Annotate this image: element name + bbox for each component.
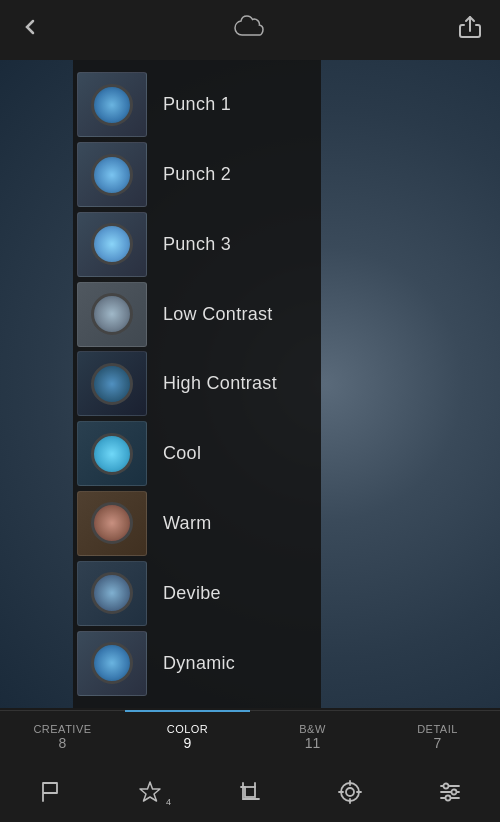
svg-point-14: [446, 796, 451, 801]
sliders-button[interactable]: [437, 779, 463, 805]
menu-item-punch1[interactable]: Punch 1: [151, 72, 321, 137]
tab-color[interactable]: COLOR 9: [125, 710, 250, 762]
bottom-toolbar: 4: [0, 762, 500, 822]
back-button[interactable]: [18, 15, 42, 45]
star-count: 4: [166, 797, 171, 807]
svg-point-4: [346, 788, 354, 796]
star-button[interactable]: 4: [137, 779, 163, 805]
menu-item-low-contrast[interactable]: Low Contrast: [151, 282, 321, 347]
menu-item-warm[interactable]: Warm: [151, 491, 321, 556]
thumbnail-3[interactable]: [77, 282, 147, 347]
share-button[interactable]: [458, 15, 482, 45]
thumbnail-0[interactable]: [77, 72, 147, 137]
menu-labels: Punch 1 Punch 2 Punch 3 Low Contrast Hig…: [151, 60, 321, 708]
tab-bw[interactable]: B&W 11: [250, 710, 375, 762]
svg-rect-2: [245, 787, 255, 797]
thumbnail-5[interactable]: [77, 421, 147, 486]
main-image-area: Punch 1 Punch 2 Punch 3 Low Contrast Hig…: [0, 60, 500, 708]
thumbnail-7[interactable]: [77, 561, 147, 626]
tab-detail[interactable]: DETAIL 7: [375, 710, 500, 762]
header: [0, 0, 500, 60]
thumbnail-4[interactable]: [77, 351, 147, 416]
menu-item-punch3[interactable]: Punch 3: [151, 212, 321, 277]
menu-item-dynamic[interactable]: Dynamic: [151, 631, 321, 696]
thumbnail-1[interactable]: [77, 142, 147, 207]
target-button[interactable]: [337, 779, 363, 805]
tab-creative[interactable]: CREATIVE 8: [0, 710, 125, 762]
thumbnail-2[interactable]: [77, 212, 147, 277]
flag-button[interactable]: [37, 779, 63, 805]
crop-button[interactable]: [237, 779, 263, 805]
menu-item-cool[interactable]: Cool: [151, 421, 321, 486]
thumbnail-8[interactable]: [77, 631, 147, 696]
thumbnails-column: [73, 60, 151, 708]
svg-point-12: [444, 784, 449, 789]
menu-item-devibe[interactable]: Devibe: [151, 561, 321, 626]
svg-point-13: [452, 790, 457, 795]
menu-item-punch2[interactable]: Punch 2: [151, 142, 321, 207]
svg-marker-1: [140, 782, 160, 801]
menu-item-high-contrast[interactable]: High Contrast: [151, 351, 321, 416]
thumbnail-6[interactable]: [77, 491, 147, 556]
bottom-tabs: CREATIVE 8 COLOR 9 B&W 11 DETAIL 7: [0, 710, 500, 762]
cloud-icon[interactable]: [232, 15, 268, 45]
